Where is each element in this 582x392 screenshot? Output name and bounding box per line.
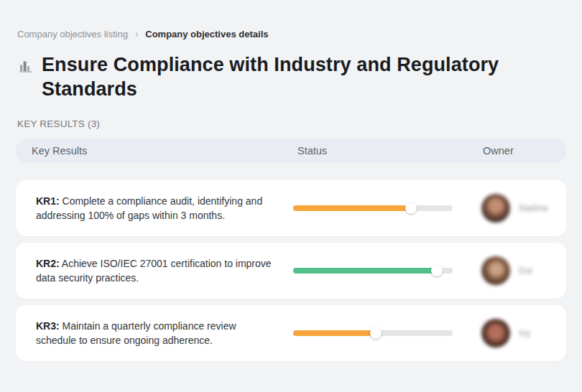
owner-cell: Nadine <box>468 194 566 223</box>
breadcrumb-link-objectives-listing[interactable]: Company objectives listing <box>17 29 128 39</box>
key-result-text: KR2: Achieve ISO/IEC 27001 certification… <box>16 256 274 285</box>
status-cell <box>293 202 468 214</box>
key-result-text: KR1: Complete a compliance audit, identi… <box>16 194 274 223</box>
objective-details-page: Company objectives listing › Company obj… <box>0 0 582 392</box>
key-result-description: Complete a compliance audit, identifying… <box>36 195 262 221</box>
status-cell <box>293 327 468 339</box>
progress-bar[interactable] <box>293 202 453 214</box>
breadcrumb-current-objectives-details: Company objectives details <box>145 29 268 39</box>
key-result-row[interactable]: KR2: Achieve ISO/IEC 27001 certification… <box>16 243 566 299</box>
owner-avatar <box>481 319 510 347</box>
progress-bar[interactable] <box>293 327 453 339</box>
status-cell <box>293 265 468 276</box>
progress-bar[interactable] <box>293 265 453 276</box>
progress-knob[interactable] <box>405 202 417 214</box>
progress-fill <box>293 205 411 211</box>
owner-avatar <box>481 194 510 223</box>
owner-name: Ivy <box>519 328 531 338</box>
chevron-right-icon: › <box>135 28 137 40</box>
owner-name: Dai <box>519 266 533 276</box>
progress-knob[interactable] <box>431 265 443 276</box>
owner-cell: Dai <box>468 256 566 285</box>
title-row: Ensure Compliance with Industry and Regu… <box>17 52 566 101</box>
breadcrumb: Company objectives listing › Company obj… <box>17 29 566 39</box>
column-header-owner: Owner <box>468 145 566 157</box>
key-result-text: KR3: Maintain a quarterly compliance rev… <box>16 319 274 347</box>
key-result-id: KR1: <box>36 195 60 207</box>
key-result-id: KR3: <box>36 320 60 332</box>
table-header: Key Results Status Owner <box>16 139 566 163</box>
progress-fill <box>293 268 437 274</box>
column-header-key-results: Key Results <box>16 145 293 157</box>
key-result-row[interactable]: KR3: Maintain a quarterly compliance rev… <box>16 305 566 361</box>
key-results-count-label: KEY RESULTS (3) <box>17 118 566 129</box>
building-chart-icon <box>17 57 36 78</box>
page-title: Ensure Compliance with Industry and Regu… <box>42 52 516 101</box>
key-result-description: Achieve ISO/IEC 27001 certification to i… <box>36 258 272 284</box>
key-result-description: Maintain a quarterly compliance review s… <box>36 320 236 346</box>
column-header-status: Status <box>293 145 468 157</box>
key-result-id: KR2: <box>36 258 60 269</box>
owner-cell: Ivy <box>468 319 566 347</box>
owner-avatar <box>481 256 510 285</box>
key-result-row[interactable]: KR1: Complete a compliance audit, identi… <box>16 180 566 236</box>
key-results-list: KR1: Complete a compliance audit, identi… <box>16 180 566 361</box>
progress-knob[interactable] <box>370 327 382 339</box>
progress-fill <box>293 330 376 336</box>
owner-name: Nadine <box>519 203 548 213</box>
